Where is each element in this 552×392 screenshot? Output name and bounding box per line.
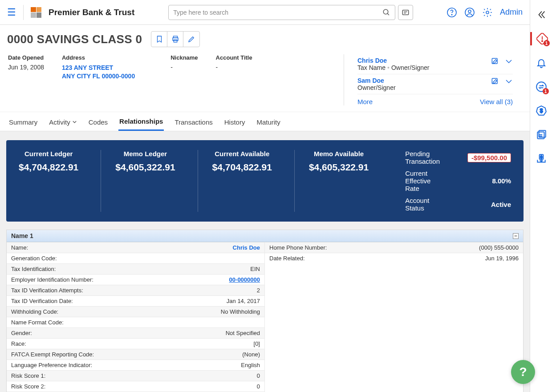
deposit-icon[interactable]: $ xyxy=(536,153,547,165)
tab-relationships[interactable]: Relationships xyxy=(118,112,164,131)
signer-name[interactable]: Sam Doe xyxy=(357,77,491,84)
tab-codes[interactable]: Codes xyxy=(88,112,109,131)
tab-summary[interactable]: Summary xyxy=(8,112,38,131)
detail-value: Jun 19, 1996 xyxy=(485,255,519,262)
eff-rate-value: 8.00% xyxy=(492,177,511,185)
memo-available-label: Memo Available xyxy=(309,150,369,158)
transfer-badge: 1 xyxy=(543,88,549,94)
detail-value: EIN xyxy=(250,266,260,272)
page-title: 0000 SAVINGS CLASS 0 xyxy=(7,32,142,46)
address-value[interactable]: 123 ANY STREET ANY CITY FL 00000-0000 xyxy=(62,64,135,81)
user-icon[interactable] xyxy=(464,7,475,18)
help-icon[interactable] xyxy=(446,7,457,18)
memo-ledger-value: $4,605,322.91 xyxy=(115,162,175,173)
eff-rate-label: Current Effective Rate xyxy=(405,170,441,192)
detail-value: 0 xyxy=(257,372,260,379)
detail-value[interactable]: Chris Doe xyxy=(233,244,260,251)
collapse-rail-icon[interactable] xyxy=(536,10,546,20)
search-box[interactable] xyxy=(168,5,395,20)
detail-label: Generation Code: xyxy=(11,255,260,262)
tab-transactions[interactable]: Transactions xyxy=(174,112,213,131)
nickname-value: - xyxy=(170,64,198,71)
detail-row: FATCA Exempt Reporting Code:(None) xyxy=(7,349,264,360)
date-opened-value: Jun 19, 2008 xyxy=(8,64,44,71)
detail-value: [0] xyxy=(254,340,260,347)
detail-label: Language Preference Indicator: xyxy=(11,362,241,368)
menu-icon[interactable]: ☰ xyxy=(7,7,16,18)
detail-label: Race: xyxy=(11,340,254,347)
more-link[interactable]: More xyxy=(357,98,373,105)
svg-line-1 xyxy=(388,13,390,15)
tab-maturity[interactable]: Maturity xyxy=(256,112,281,131)
tab-bar: Summary Activity Codes Relationships Tra… xyxy=(0,112,530,131)
transfer-icon[interactable]: 1 xyxy=(536,81,547,93)
detail-row: Risk Score 1:0 xyxy=(7,370,264,381)
signer-role: Owner/Signer xyxy=(357,84,491,91)
app-header: ☰ Premier Bank & Trust xyxy=(0,0,530,25)
alert-icon[interactable]: 1 xyxy=(536,33,548,44)
detail-value: 0 xyxy=(257,383,260,390)
detail-label: Tax ID Verification Date: xyxy=(11,298,227,304)
svg-point-17 xyxy=(541,40,542,41)
bell-icon[interactable] xyxy=(536,58,547,69)
detail-value[interactable]: 00-0000000 xyxy=(229,276,260,283)
pending-tx-label: Pending Transaction xyxy=(405,150,441,165)
detail-label: Withholding Code: xyxy=(11,308,221,315)
edit-signer-icon[interactable] xyxy=(491,77,499,86)
account-title-label: Account Title xyxy=(216,54,252,61)
detail-label: FATCA Exempt Reporting Code: xyxy=(11,351,242,358)
bookmark-button[interactable] xyxy=(151,32,167,47)
detail-label: Risk Score 1: xyxy=(11,372,257,379)
tab-activity[interactable]: Activity xyxy=(48,112,78,131)
detail-label: Tax Identification: xyxy=(11,266,250,272)
detail-label: Name: xyxy=(11,244,233,251)
view-all-link[interactable]: View all (3) xyxy=(480,98,513,105)
search-input[interactable] xyxy=(173,9,382,16)
pending-tx-value: -$99,500.00 xyxy=(467,153,511,162)
detail-value: English xyxy=(241,362,260,368)
edit-button[interactable] xyxy=(183,32,199,47)
detail-row: Tax ID Verification Attempts:2 xyxy=(7,285,264,295)
detail-row: Home Phone Number:(000) 555-0000 xyxy=(265,242,523,253)
edit-signer-icon[interactable] xyxy=(491,57,499,66)
detail-label: Date Related: xyxy=(269,255,485,262)
current-ledger-value: $4,704,822.91 xyxy=(19,162,78,173)
detail-row: Risk Score 2:0 xyxy=(7,381,264,392)
title-actions xyxy=(151,31,200,47)
app-logo xyxy=(31,7,41,18)
svg-point-6 xyxy=(451,14,452,15)
acct-status-value: Active xyxy=(491,201,511,208)
search-icon[interactable] xyxy=(382,8,390,16)
signer-name[interactable]: Chris Doe xyxy=(357,57,491,64)
detail-row: Tax ID Verification Date:Jan 14, 2017 xyxy=(7,295,264,306)
alert-badge: 1 xyxy=(544,40,550,46)
chevron-down-icon[interactable] xyxy=(505,59,513,64)
print-button[interactable] xyxy=(167,32,183,47)
svg-rect-12 xyxy=(174,40,177,42)
detail-row: Employer Identification Number:00-000000… xyxy=(7,274,264,285)
tab-history[interactable]: History xyxy=(223,112,246,131)
memo-ledger-label: Memo Ledger xyxy=(115,150,175,158)
detail-value: Jan 14, 2017 xyxy=(227,298,260,304)
gear-icon[interactable] xyxy=(482,7,493,18)
detail-value: 2 xyxy=(257,287,260,294)
detail-label: Gender: xyxy=(11,330,226,336)
detail-label: Risk Score 2: xyxy=(11,383,257,390)
svg-text:$: $ xyxy=(540,155,542,159)
detail-label: Employer Identification Number: xyxy=(11,276,229,283)
detail-row: Withholding Code:No Withholding xyxy=(7,306,264,317)
svg-point-0 xyxy=(384,9,389,14)
detail-row: Race:[0] xyxy=(7,338,264,349)
collapse-icon[interactable]: − xyxy=(513,233,519,239)
help-fab[interactable]: ? xyxy=(511,360,535,384)
documents-icon[interactable] xyxy=(536,129,547,141)
chevron-down-icon[interactable] xyxy=(505,79,513,84)
svg-text:$: $ xyxy=(540,108,543,114)
detail-row: Name Format Code: xyxy=(7,317,264,327)
admin-link[interactable]: Admin xyxy=(500,8,523,17)
search-settings-button[interactable] xyxy=(398,5,413,20)
balance-bar: Current Ledger $4,704,822.91 Memo Ledger… xyxy=(6,140,524,222)
detail-value: (000) 555-0000 xyxy=(479,244,519,251)
dollar-icon[interactable]: $ xyxy=(536,105,547,117)
acct-status-label: Account Status xyxy=(405,197,441,212)
